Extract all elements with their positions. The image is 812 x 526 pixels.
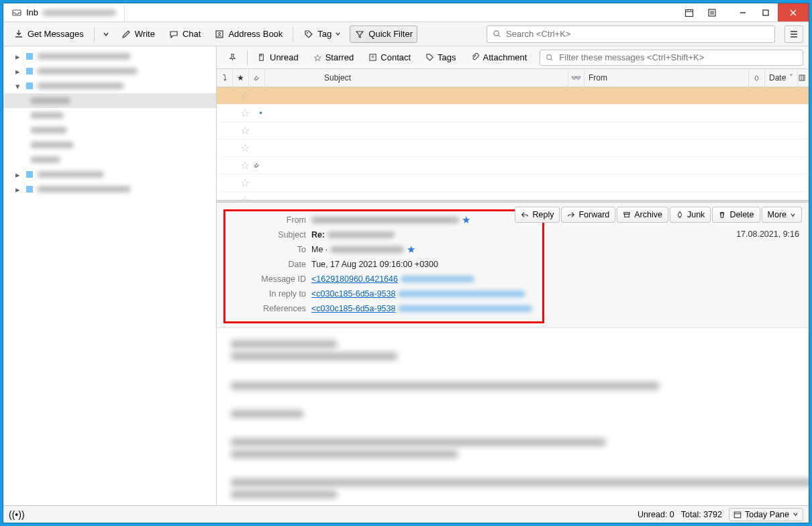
total-count: Total: 3792 — [681, 510, 722, 519]
from-column[interactable]: From — [585, 69, 749, 87]
svg-point-5 — [219, 32, 221, 34]
minimize-button[interactable] — [732, 3, 754, 21]
message-row[interactable]: ☆• — [217, 105, 809, 122]
contact-filter[interactable]: Contact — [362, 49, 417, 66]
message-row[interactable]: ☆ — [217, 192, 809, 200]
chat-icon — [168, 29, 179, 40]
tasks-icon[interactable] — [701, 3, 723, 21]
tags-filter[interactable]: Tags — [419, 49, 462, 66]
button-label: Address Book — [228, 29, 283, 39]
message-list-header: ⤵ ★ Subject 👓 From Date˅ — [217, 69, 809, 87]
message-body[interactable] — [217, 328, 809, 505]
get-messages-chevron[interactable] — [100, 28, 112, 41]
svg-point-11 — [547, 54, 552, 59]
svg-rect-15 — [734, 512, 740, 518]
status-bar: ((•)) Unread: 0 Total: 3792 Today Pane — [3, 505, 809, 523]
connection-icon[interactable]: ((•)) — [9, 509, 25, 520]
message-header-pane: Reply Forward Archive Junk Delete More 1… — [217, 203, 809, 328]
star-column[interactable]: ★ — [233, 69, 249, 87]
thread-column[interactable]: ⤵ — [217, 69, 233, 87]
star-icon[interactable]: ★ — [407, 244, 415, 256]
folder-pane: ▸ ▸ ▾ ▸ ▸ — [3, 46, 217, 505]
archive-button[interactable]: Archive — [617, 207, 668, 223]
attachment-column[interactable] — [249, 69, 265, 87]
global-search[interactable] — [487, 25, 775, 43]
message-row[interactable]: ☆ — [217, 122, 809, 140]
delete-button[interactable]: Delete — [712, 207, 760, 223]
folder-item[interactable] — [3, 138, 216, 152]
highlighted-headers: From★ SubjectRe: ToMe ·★ DateTue, 17 Aug… — [223, 209, 544, 323]
account-item[interactable]: ▸ — [3, 167, 216, 182]
more-button[interactable]: More — [762, 207, 802, 223]
filter-messages-input[interactable] — [540, 50, 803, 66]
button-label: Write — [135, 29, 155, 39]
in-reply-to-link[interactable]: <c030c185-6d5a-9538 — [311, 289, 395, 299]
subject-column[interactable]: Subject — [265, 69, 568, 87]
star-icon[interactable]: ★ — [462, 214, 470, 226]
pin-filter-button[interactable] — [222, 50, 243, 65]
message-actions: Reply Forward Archive Junk Delete More — [515, 207, 802, 223]
get-messages-button[interactable]: Get Messages — [9, 25, 89, 43]
account-item[interactable]: ▸ — [3, 64, 216, 78]
svg-rect-14 — [625, 214, 629, 217]
attachment-filter[interactable]: Attachment — [465, 49, 534, 66]
svg-rect-12 — [799, 75, 805, 81]
download-icon — [13, 29, 24, 40]
references-link[interactable]: <c030c185-6d5a-9538 — [311, 304, 395, 313]
button-label: Tag — [317, 29, 332, 39]
junk-column[interactable] — [749, 69, 765, 87]
message-list[interactable]: ☆ ☆• ☆ ☆ ☆ ☆ ☆ ☆ — [217, 87, 809, 200]
message-row[interactable]: ☆ — [217, 174, 809, 192]
button-label: Chat — [183, 29, 201, 39]
search-input[interactable] — [506, 29, 770, 39]
address-book-button[interactable]: Address Book — [209, 25, 287, 43]
window-tab[interactable]: Inb — [3, 3, 125, 21]
column-picker[interactable] — [797, 69, 807, 87]
button-label: Get Messages — [28, 29, 84, 39]
filter-input[interactable] — [559, 52, 799, 62]
message-id-link[interactable]: <1629180960.6421646 — [311, 274, 398, 284]
calendar-icon[interactable] — [678, 3, 700, 21]
folder-item[interactable] — [3, 123, 216, 138]
menu-button[interactable] — [784, 25, 803, 43]
pen-icon — [121, 29, 132, 40]
tag-icon — [303, 29, 314, 40]
tab-title: Inb — [26, 7, 38, 17]
date-value: Tue, 17 Aug 2021 09:16:00 +0300 — [311, 260, 438, 269]
folder-item[interactable] — [3, 152, 216, 167]
message-timestamp: 17.08.2021, 9:16 — [736, 229, 799, 239]
account-item[interactable]: ▸ — [3, 182, 216, 197]
today-pane-button[interactable]: Today Pane — [729, 508, 803, 521]
forward-button[interactable]: Forward — [561, 207, 615, 223]
tag-button[interactable]: Tag — [299, 25, 346, 43]
quick-filter-bar: Unread ☆Starred Contact Tags Attachment — [217, 46, 809, 69]
inbox-icon — [11, 7, 22, 18]
account-item[interactable]: ▸ — [3, 49, 216, 64]
message-row[interactable]: ☆ — [217, 157, 809, 174]
date-column[interactable]: Date˅ — [765, 69, 798, 87]
unread-filter[interactable]: Unread — [252, 49, 305, 66]
quick-filter-button[interactable]: Quick Filter — [350, 25, 417, 43]
svg-rect-1 — [686, 9, 693, 16]
chat-button[interactable]: Chat — [164, 25, 205, 43]
maximize-button[interactable] — [755, 3, 776, 21]
message-row[interactable]: ☆ — [217, 140, 809, 157]
starred-filter[interactable]: ☆Starred — [307, 49, 360, 66]
read-column[interactable]: 👓 — [568, 69, 585, 87]
contacts-icon — [214, 29, 225, 40]
svg-point-10 — [372, 56, 374, 58]
search-icon — [491, 29, 502, 40]
window-controls — [678, 3, 809, 21]
write-button[interactable]: Write — [116, 25, 160, 43]
unread-count: Unread: 0 — [638, 510, 674, 519]
close-button[interactable] — [778, 3, 809, 21]
message-row[interactable]: ☆ — [217, 87, 809, 105]
search-icon — [544, 52, 555, 63]
junk-button[interactable]: Junk — [670, 207, 711, 223]
folder-item[interactable] — [3, 108, 216, 123]
reply-button[interactable]: Reply — [515, 207, 560, 223]
account-item[interactable]: ▾ — [3, 78, 216, 93]
svg-point-7 — [493, 31, 498, 36]
folder-item[interactable] — [3, 93, 216, 108]
message-area: Unread ☆Starred Contact Tags Attachment … — [217, 46, 809, 505]
